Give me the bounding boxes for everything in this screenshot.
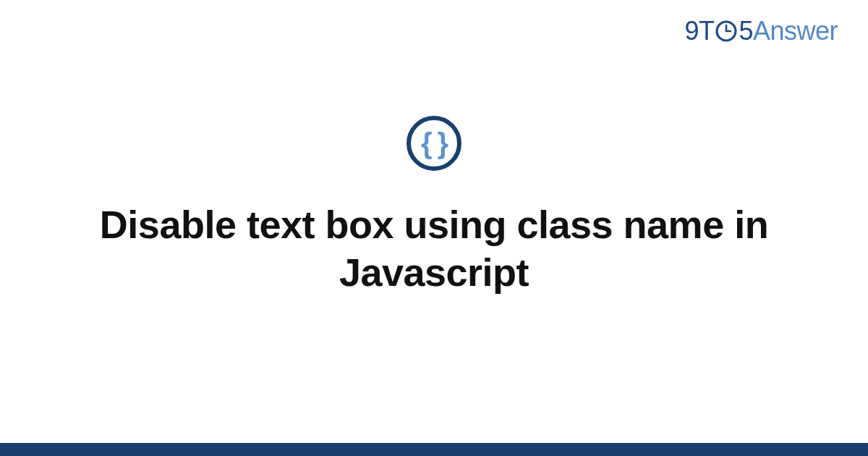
header: 9T 5 Answer (684, 16, 838, 46)
topic-icon-circle: { } (407, 116, 461, 171)
logo-text-9t: 9T (684, 16, 714, 46)
logo-text-answer: Answer (753, 16, 838, 46)
footer-bar (0, 443, 868, 456)
main-content: { } Disable text box using class name in… (0, 0, 868, 456)
page-title: Disable text box using class name in Jav… (54, 201, 814, 297)
clock-icon (715, 20, 738, 43)
site-logo: 9T 5 Answer (684, 16, 838, 46)
logo-text-5: 5 (739, 16, 753, 46)
page-container: 9T 5 Answer { } Disable text box using c… (0, 0, 868, 456)
code-braces-icon: { } (421, 129, 447, 158)
